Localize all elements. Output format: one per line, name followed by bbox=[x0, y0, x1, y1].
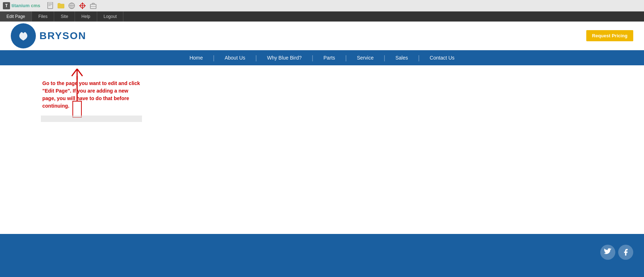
content-area bbox=[0, 126, 644, 234]
site-nav-parts[interactable]: Parts bbox=[313, 50, 345, 65]
highlight-box bbox=[41, 116, 142, 122]
site-nav-sales[interactable]: Sales bbox=[385, 50, 418, 65]
cms-nav: Edit Page Files Site Help Logout bbox=[0, 11, 644, 22]
facebook-icon[interactable] bbox=[618, 245, 633, 260]
site-logo: BRYSON bbox=[11, 23, 86, 48]
site-nav: Home | About Us | Why Blue Bird? | Parts… bbox=[0, 50, 644, 65]
svg-rect-3 bbox=[48, 5, 51, 6]
cms-nav-edit-page[interactable]: Edit Page bbox=[0, 11, 32, 22]
site-nav-about-us[interactable]: About Us bbox=[214, 50, 255, 65]
cms-bar: T titanium cms bbox=[0, 0, 644, 11]
folder-icon[interactable] bbox=[57, 1, 65, 10]
twitter-icon[interactable] bbox=[600, 245, 615, 260]
cms-toolbar-icons bbox=[46, 1, 98, 10]
annotation-container: Go to the page you want to edit and clic… bbox=[0, 65, 644, 126]
cms-nav-files[interactable]: Files bbox=[32, 11, 54, 22]
cms-logo-icon: T bbox=[3, 2, 10, 9]
briefcase-icon[interactable] bbox=[89, 1, 98, 10]
site-nav-home[interactable]: Home bbox=[179, 50, 213, 65]
annotation-text: Go to the page you want to edit and clic… bbox=[42, 80, 143, 110]
cms-logo: T titanium cms bbox=[3, 2, 40, 9]
crosshair-icon[interactable] bbox=[78, 1, 87, 10]
cms-logo-text: titanium cms bbox=[11, 3, 40, 8]
cms-nav-help[interactable]: Help bbox=[75, 11, 97, 22]
globe-icon[interactable] bbox=[67, 1, 76, 10]
svg-rect-1 bbox=[48, 3, 52, 4]
site-nav-contact-us[interactable]: Contact Us bbox=[420, 50, 464, 65]
site-nav-service[interactable]: Service bbox=[347, 50, 384, 65]
request-pricing-button[interactable]: Request Pricing bbox=[586, 30, 633, 41]
site-nav-why-blue-bird[interactable]: Why Blue Bird? bbox=[257, 50, 312, 65]
site-logo-text: BRYSON bbox=[39, 30, 86, 42]
svg-line-20 bbox=[72, 69, 77, 76]
site-footer bbox=[0, 234, 644, 277]
site-header: BRYSON Request Pricing bbox=[0, 22, 644, 50]
svg-line-21 bbox=[77, 69, 82, 76]
social-icons bbox=[600, 245, 633, 260]
svg-rect-2 bbox=[48, 4, 52, 5]
cms-nav-logout[interactable]: Logout bbox=[97, 11, 124, 22]
cms-nav-site[interactable]: Site bbox=[54, 11, 75, 22]
site-logo-circle bbox=[11, 23, 36, 48]
page-icon[interactable] bbox=[46, 1, 55, 10]
